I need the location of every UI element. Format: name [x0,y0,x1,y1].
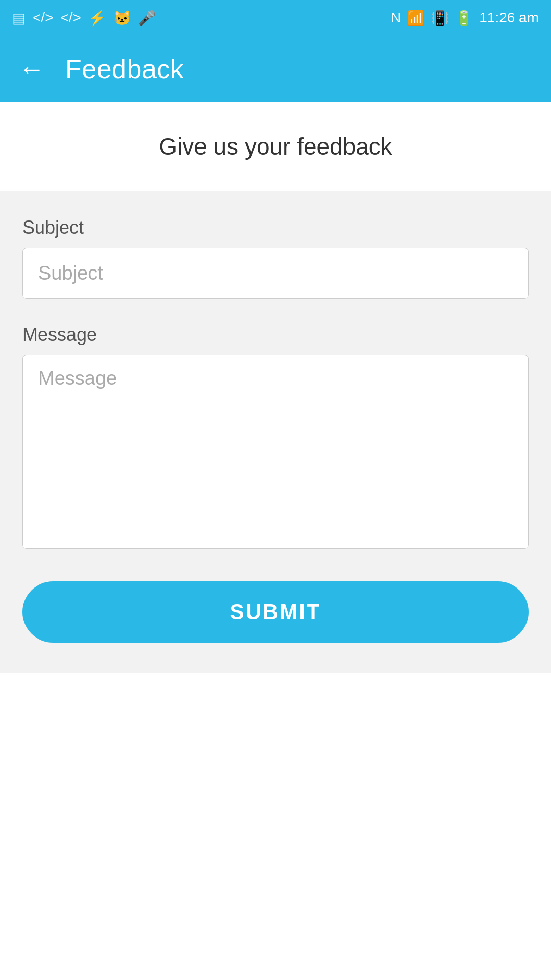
submit-button[interactable]: SUBMIT [22,581,529,643]
header-title: Give us your feedback [18,133,533,160]
message-label: Message [22,324,529,346]
nfc-icon: N [391,10,401,26]
content-area: Subject Message SUBMIT [0,191,551,673]
app-bar-title: Feedback [65,54,184,84]
code2-icon: </> [60,10,81,26]
subject-group: Subject [22,217,529,299]
wifi-icon: 📶 [407,10,425,27]
status-time: 11:26 am [479,10,539,26]
screen-icon: ▤ [12,10,26,27]
subject-label: Subject [22,217,529,238]
back-button[interactable]: ← [18,56,45,82]
bug-icon: 🐱 [113,10,131,27]
signal-icon: 📳 [431,10,449,27]
form-section: Subject Message SUBMIT [0,191,551,673]
mic-off-icon: 🎤 [138,10,156,27]
message-textarea[interactable] [22,355,529,549]
bottom-space [0,673,551,980]
usb-icon: ⚡ [88,10,106,27]
status-bar-left-icons: ▤ </> </> ⚡ 🐱 🎤 [12,10,156,27]
message-group: Message [22,324,529,551]
subject-input[interactable] [22,248,529,299]
battery-icon: 🔋 [455,10,473,27]
status-bar-right-icons: N 📶 📳 🔋 11:26 am [391,10,539,27]
code-icon: </> [33,10,53,26]
header-section: Give us your feedback [0,102,551,191]
status-bar: ▤ </> </> ⚡ 🐱 🎤 N 📶 📳 🔋 11:26 am [0,0,551,36]
app-bar: ← Feedback [0,36,551,102]
